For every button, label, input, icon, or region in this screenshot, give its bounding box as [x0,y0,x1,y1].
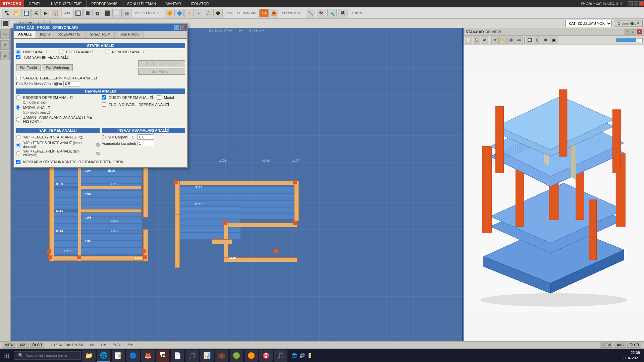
menu-genel[interactable]: GENEL [24,0,46,7]
input-asama[interactable] [137,141,154,146]
aks-button[interactable]: AKS [17,343,29,348]
toolbar-btn-3[interactable]: 💾 [21,9,31,17]
taskbar-sta4cad[interactable]: 🏗 [156,350,169,362]
3d-tb-7[interactable]: ➖ [516,37,523,44]
chk-modal[interactable] [157,95,161,100]
tray-volume[interactable]: 🔊 [299,353,305,358]
tab-timehistory[interactable]: Time History [115,31,144,38]
menu-mantar[interactable]: MANTAR [161,0,186,7]
close-button[interactable]: ✕ [639,1,644,6]
toolbar-tools-3[interactable]: 🔩 [327,9,337,17]
menu-sonlu[interactable]: SONLU ELEMAN [122,0,161,7]
toolbar-yapi-6[interactable]: ▥ [122,9,131,17]
taskbar-file-explorer[interactable]: 📁 [82,350,96,362]
tab-ruzgar[interactable]: RUZGAR / ISI [54,31,86,38]
3d-tb-2[interactable]: 🏠 [473,37,480,44]
toolbar-yapi-2[interactable]: 🔳 [83,9,93,17]
toolbar-yapi-4[interactable]: ⬛ [103,9,112,17]
dialog-close-btn[interactable]: ✕ [180,25,185,30]
start-button[interactable]: ⊞ [1,350,12,361]
online-help-button[interactable]: Online HELP [614,20,643,27]
toolbar-temel-3[interactable]: 🔸 [184,9,194,17]
olcu-btn-2[interactable]: ÖLCÜ [627,343,641,348]
toolbar-ops-1[interactable]: ⚙ [259,9,269,17]
chk-sadece[interactable] [16,76,20,80]
maximize-button[interactable]: □ [634,1,638,6]
3d-tb-5[interactable]: 📐 [499,37,507,44]
radio-modal[interactable] [16,105,20,110]
taskbar-orange[interactable]: 🟠 [245,350,258,362]
radio-esdeger[interactable] [16,95,20,100]
3d-tb-6[interactable]: ➕ [507,37,515,44]
btn-sta-workshop[interactable]: Sta-Workshop [42,64,73,71]
menu-performans[interactable]: PERFORMANS [87,0,122,7]
olcu-button[interactable]: ÖLCÜ [30,343,44,348]
toolbar-btn-1[interactable]: 🏗 [2,9,11,17]
radio-pdelta[interactable] [59,50,63,54]
toolbar-temel-4[interactable]: 🔹 [194,9,203,17]
3d-tb-9[interactable]: ⬡ [534,37,541,44]
taskbar-spotify[interactable]: 🎵 [274,350,287,362]
3d-tb-8[interactable]: 🔲 [526,37,533,44]
taskbar-pdf[interactable]: 📄 [171,350,184,362]
toolbar-temel-1[interactable]: 🔶 [165,9,174,17]
minimize-button[interactable]: ─ [628,1,633,6]
3d-close[interactable]: ✕ [637,29,642,35]
toolbar-yapi-1[interactable]: 🔲 [73,9,83,17]
toolbar-yapi-3[interactable]: ▦ [93,9,102,17]
menu-kat[interactable]: KAT DÜZENLEME [46,0,87,7]
toolbar-btn-6[interactable]: 🏠 [51,9,60,17]
menu-izolator[interactable]: IZOLATOR [186,0,214,7]
3d-tb-4[interactable]: ✏ [491,37,499,44]
taskbar-excel[interactable]: 📊 [200,350,214,362]
view-btn-2[interactable]: VIEW [600,343,613,348]
input-olu-carpan[interactable] [138,134,154,140]
3d-tb-11[interactable]: ▣ [550,37,557,44]
taskbar-firefox[interactable]: 🦊 [141,350,155,362]
taskbar-search[interactable]: 🔍 Aramak için buraya yazın [14,351,81,360]
3d-tb-3[interactable]: 👁 [481,37,488,44]
toolbar-ops-2[interactable]: 📥 [269,9,278,17]
nav-genel[interactable]: G K [0,29,10,39]
taskbar-word[interactable]: 💼 [215,350,228,362]
chk-tum-yapi[interactable] [16,55,20,59]
radio-liner[interactable] [16,50,20,54]
nav-floor2[interactable]: 2 [0,51,10,60]
chk-kiris[interactable] [16,160,20,164]
radio-birlikte-temel[interactable] [16,143,20,147]
tray-network[interactable]: 🌐 [291,353,297,358]
3d-maximize[interactable]: □ [631,29,636,35]
toolbar-temel-2[interactable]: 🔷 [174,9,184,17]
taskbar-autocad[interactable]: 🔵 [126,350,140,362]
radio-zaman[interactable] [16,117,20,122]
tab-indis[interactable]: INDIS [36,31,54,38]
view-button[interactable]: VIEW [3,343,16,348]
toolbar-tools-1[interactable]: 🔧 [306,9,315,17]
taskbar-green[interactable]: 🟢 [230,350,243,362]
kat-dropdown[interactable]: KAT IZDUSUMU YOK [566,20,612,27]
sub-btn-1[interactable]: ⬛ [1,20,9,27]
taskbar-game[interactable]: 🎯 [259,350,273,362]
toolbar-tools-2[interactable]: ⚒ [317,9,326,17]
radio-birlikte-tam[interactable] [16,151,20,156]
tray-battery[interactable]: 🔋 [307,353,313,358]
toolbar-tools-4[interactable]: 🛠 [338,9,347,17]
radio-nonliner[interactable] [105,50,109,54]
tab-spectrum[interactable]: SPECTRUM [86,31,115,38]
3d-tb-1[interactable]: ⬜ [465,37,472,44]
tab-analiz[interactable]: ANALIZ [14,31,36,38]
toolbar-temel-5[interactable]: ⬡ [204,9,213,17]
dialog-help-btn[interactable]: ? [174,25,179,30]
taskbar-music[interactable]: 🎵 [185,350,199,362]
nav-zemin[interactable]: Z [0,40,10,50]
toolbar-temel-6[interactable]: ⬢ [213,9,223,17]
toolbar-btn-4[interactable]: 🖨 [31,9,41,17]
chk-dusey[interactable] [102,95,106,100]
3d-minimize[interactable]: ─ [625,29,630,35]
btn-sta-fea3d[interactable]: Sta-Fea3d [16,64,41,71]
3d-tb-10[interactable]: 🔳 [542,37,549,44]
chk-tugla[interactable] [102,102,106,107]
toolbar-btn-2[interactable]: 📂 [12,9,21,17]
toolbar-btn-5[interactable]: ▶ [41,9,50,17]
taskbar-chrome[interactable]: 🌐 [97,350,110,362]
